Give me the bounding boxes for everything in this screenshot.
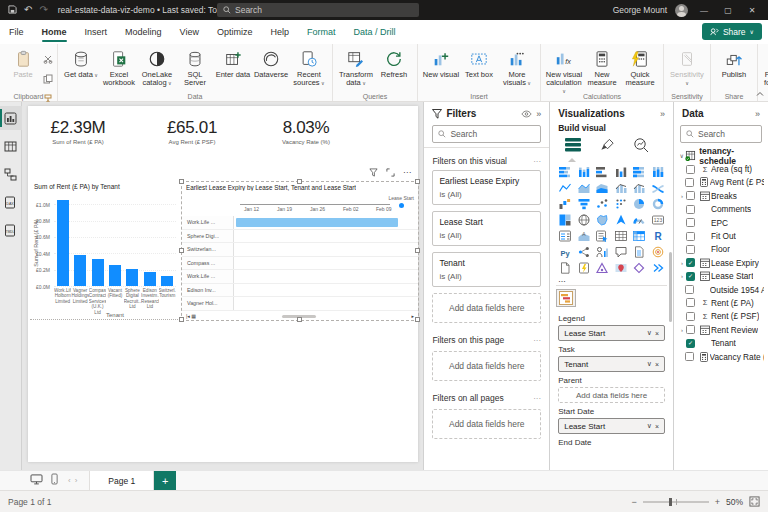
field-checkbox[interactable] bbox=[686, 298, 695, 307]
donut-chart-icon[interactable] bbox=[649, 197, 667, 211]
build-visual-mode-icon[interactable] bbox=[564, 137, 582, 157]
map-icon[interactable] bbox=[575, 213, 593, 227]
stacked-area-chart-icon[interactable] bbox=[593, 181, 611, 195]
new-visual-button[interactable]: New visual bbox=[422, 47, 460, 79]
tab-home[interactable]: Home bbox=[33, 20, 76, 44]
add-data-fields-dropzone[interactable]: Add data fields here bbox=[432, 351, 541, 381]
decomposition-tree-icon[interactable] bbox=[575, 245, 593, 259]
field-checkbox[interactable] bbox=[686, 218, 695, 227]
prev-page-icon[interactable]: ‹ bbox=[66, 476, 73, 485]
new-visual-calculation-button[interactable]: fxNew visual calculation ∨ bbox=[545, 47, 583, 95]
chevron-down-icon[interactable]: ∨ bbox=[647, 422, 652, 430]
gantt-scroll-right-icon[interactable]: ▸ bbox=[411, 313, 414, 319]
analytics-mode-icon[interactable] bbox=[633, 137, 649, 157]
card-icon[interactable]: 123 bbox=[649, 213, 667, 227]
bar[interactable] bbox=[161, 276, 173, 286]
copy-icon[interactable] bbox=[43, 70, 53, 88]
tab-help[interactable]: Help bbox=[261, 20, 298, 44]
table-view-icon[interactable] bbox=[0, 134, 22, 158]
expand-field-icon[interactable]: › bbox=[678, 260, 686, 266]
recent-sources-button[interactable]: Recent sources ∨ bbox=[290, 47, 328, 87]
field-row-rent-review[interactable]: ›Rent Review bbox=[678, 323, 764, 336]
tab-format[interactable]: Format bbox=[298, 20, 345, 44]
kpi-card[interactable]: £65.01Avg Rent (£ PSF) bbox=[146, 118, 238, 170]
chevron-down-icon[interactable]: ∨ bbox=[647, 329, 652, 337]
quick-measure-button[interactable]: Quick measure bbox=[621, 47, 659, 87]
user-name[interactable]: George Mount bbox=[613, 5, 667, 15]
collapse-visualizations-icon[interactable]: » bbox=[660, 109, 665, 119]
dataverse-button[interactable]: Dataverse bbox=[252, 47, 290, 79]
tab-optimize[interactable]: Optimize bbox=[208, 20, 262, 44]
report-visual-icon[interactable] bbox=[556, 261, 574, 275]
model-view-icon[interactable] bbox=[0, 162, 22, 186]
field-checkbox[interactable]: ✓ bbox=[686, 258, 695, 267]
tab-insert[interactable]: Insert bbox=[76, 20, 117, 44]
slicer-icon[interactable] bbox=[593, 229, 611, 243]
zoom-out-icon[interactable]: − bbox=[631, 497, 636, 507]
bar[interactable] bbox=[144, 272, 156, 286]
expand-field-icon[interactable]: › bbox=[678, 193, 686, 199]
expand-field-icon[interactable]: › bbox=[678, 273, 686, 279]
python-visual-icon[interactable]: Py bbox=[556, 245, 574, 259]
tab-view[interactable]: View bbox=[171, 20, 208, 44]
zoom-slider[interactable] bbox=[643, 501, 709, 503]
waterfall-chart-icon[interactable] bbox=[556, 197, 574, 211]
field-row-floor[interactable]: Floor bbox=[678, 243, 764, 256]
line-and-stacked-column-chart-icon[interactable] bbox=[612, 181, 630, 195]
report-page[interactable]: £2.39MSum of Rent (£ PA)£65.01Avg Rent (… bbox=[28, 106, 418, 462]
field-checkbox[interactable] bbox=[685, 352, 694, 361]
arcgis-map-icon[interactable] bbox=[612, 261, 630, 275]
share-button[interactable]: Share ∨ bbox=[702, 23, 762, 40]
format-visual-mode-icon[interactable] bbox=[600, 137, 615, 157]
selection-handle[interactable] bbox=[179, 248, 184, 253]
line-chart-icon[interactable] bbox=[556, 181, 574, 195]
100-stacked-bar-chart-icon[interactable] bbox=[630, 165, 648, 179]
selection-handle[interactable] bbox=[179, 179, 184, 184]
well-dropzone[interactable]: Add data fields here bbox=[558, 387, 665, 403]
section-more-options-icon[interactable]: ··· bbox=[533, 157, 541, 166]
text-box-button[interactable]: Text box bbox=[460, 47, 498, 79]
field-row-rent-psf-[interactable]: ΣRent (£ PSF) bbox=[678, 310, 764, 323]
gauge-icon[interactable] bbox=[630, 213, 648, 227]
field-row-vacancy-rate-[interactable]: Vacancy Rate (%) bbox=[678, 350, 764, 363]
remove-field-icon[interactable]: × bbox=[655, 361, 659, 368]
multi-row-card-icon[interactable] bbox=[556, 229, 574, 243]
field-checkbox[interactable] bbox=[686, 165, 695, 174]
visualizations-scrollbar[interactable] bbox=[669, 252, 672, 322]
avatar[interactable] bbox=[675, 4, 688, 17]
custom-diamond-icon[interactable] bbox=[630, 261, 648, 275]
shape-map-icon[interactable] bbox=[612, 213, 630, 227]
well-field-pill[interactable]: Lease Start∨× bbox=[558, 325, 665, 341]
treemap-icon[interactable] bbox=[556, 213, 574, 227]
cut-icon[interactable] bbox=[43, 50, 53, 68]
kpi-card[interactable]: 8.03%Vacancy Rate (%) bbox=[260, 118, 352, 170]
well-field-pill[interactable]: Lease Start∨× bbox=[558, 418, 665, 434]
field-row-area-sq-ft-[interactable]: ΣArea (sq ft) bbox=[678, 162, 764, 175]
selection-handle[interactable] bbox=[297, 317, 302, 322]
ribbon-chart-icon[interactable] bbox=[649, 181, 667, 195]
stacked-bar-chart-icon[interactable] bbox=[556, 165, 574, 179]
area-chart-icon[interactable] bbox=[575, 181, 593, 195]
bar[interactable] bbox=[126, 269, 138, 286]
maximize-button[interactable]: ▢ bbox=[720, 6, 736, 15]
transform-data-button[interactable]: Transform data ∨ bbox=[337, 47, 375, 87]
selection-handle[interactable] bbox=[297, 179, 302, 184]
close-button[interactable]: ✕ bbox=[744, 6, 760, 15]
field-row-tenant[interactable]: ✓Tenant bbox=[678, 336, 764, 349]
eye-icon[interactable] bbox=[521, 110, 532, 118]
matrix-icon[interactable] bbox=[630, 229, 648, 243]
collapse-table-icon[interactable]: ∨ bbox=[678, 152, 685, 159]
fit-to-page-icon[interactable] bbox=[749, 496, 760, 507]
more-chevron-icon[interactable] bbox=[649, 261, 667, 275]
gantt-custom-visual-icon[interactable] bbox=[556, 289, 576, 307]
dot-plot-icon[interactable] bbox=[612, 197, 630, 211]
selection-handle[interactable] bbox=[415, 248, 420, 253]
sql-server-button[interactable]: SQL Server bbox=[176, 47, 214, 87]
bar[interactable] bbox=[74, 255, 86, 286]
bar[interactable] bbox=[57, 200, 69, 286]
remove-field-icon[interactable]: × bbox=[655, 330, 659, 337]
more-visuals-button[interactable]: More visuals ∨ bbox=[498, 47, 536, 87]
add-data-fields-dropzone[interactable]: Add data fields here bbox=[432, 409, 541, 439]
publish-button[interactable]: Publish bbox=[715, 47, 753, 79]
field-checkbox[interactable] bbox=[686, 325, 695, 334]
